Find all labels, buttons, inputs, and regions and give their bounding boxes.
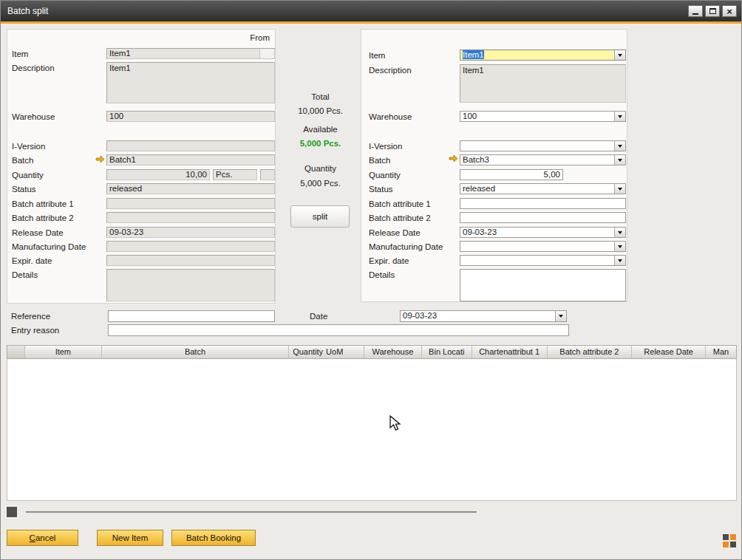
grip-square (723, 534, 729, 540)
from-i-version-label: I-Version (12, 142, 45, 151)
close-button[interactable]: × (722, 5, 737, 17)
from-details-label: Details (12, 270, 38, 280)
to-status-value: released (463, 184, 495, 193)
to-batch-attribute-1-field[interactable] (460, 198, 626, 209)
to-release-date-combo[interactable]: 09-03-23 (460, 227, 626, 238)
from-uom-field: Pcs. (213, 169, 257, 180)
to-warehouse-combo[interactable]: 100 (460, 111, 626, 122)
to-batch-combo[interactable]: Batch3 (460, 154, 626, 165)
reference-input[interactable] (108, 310, 275, 322)
maximize-button[interactable] (705, 5, 720, 17)
table-body[interactable] (7, 359, 737, 501)
link-arrow-icon[interactable] (449, 154, 458, 163)
from-quantity-label: Quantity (12, 171, 44, 180)
col-uom[interactable]: UoM (324, 346, 364, 358)
col-bin-location[interactable]: Bin Locati (422, 346, 472, 358)
new-item-button[interactable]: New Item (97, 530, 163, 546)
batch-booking-button[interactable]: Batch Booking (171, 530, 256, 546)
from-expir-date-label: Expir. date (12, 256, 52, 266)
from-warehouse-field: 100 (106, 111, 275, 122)
to-item-dropdown-button[interactable] (614, 50, 625, 60)
col-manufacturing-date[interactable]: Man (706, 346, 736, 358)
date-value: 09-03-23 (403, 311, 437, 320)
date-combo[interactable]: 09-03-23 (400, 310, 567, 322)
from-status-field: released (106, 183, 275, 194)
form-settings-icon[interactable] (723, 534, 736, 547)
to-expir-date-label: Expir. date (369, 256, 409, 266)
col-batch-attribute-1[interactable]: Chartenattribut 1 (472, 346, 548, 358)
to-description-label: Description (369, 66, 412, 75)
chevron-down-icon (618, 145, 622, 148)
grip-square (730, 542, 736, 547)
from-batch-attribute-2-field (106, 212, 275, 223)
mouse-cursor (389, 415, 401, 431)
date-label: Date (310, 312, 327, 321)
to-batch-label: Batch (369, 156, 390, 165)
from-batch-attribute-1-label: Batch attribute 1 (12, 199, 74, 209)
link-arrow-icon[interactable] (95, 155, 105, 163)
to-manufacturing-date-label: Manufacturing Date (369, 242, 443, 252)
to-manufacturing-date-combo[interactable] (460, 241, 626, 252)
to-details-field[interactable] (460, 269, 626, 301)
minimize-icon (692, 13, 698, 15)
from-batch-label: Batch (12, 156, 33, 165)
cancel-button[interactable]: Cancel (7, 530, 78, 546)
entry-reason-label: Entry reason (11, 326, 59, 335)
to-batch-dropdown-button[interactable] (614, 155, 625, 165)
chevron-down-icon (559, 315, 563, 318)
available-label: Available (289, 125, 352, 134)
to-status-label: Status (369, 185, 393, 194)
from-status-label: Status (12, 185, 36, 194)
col-batch-attribute-2[interactable]: Batch attribute 2 (548, 346, 633, 358)
chevron-down-icon (618, 54, 622, 57)
to-i-version-combo[interactable] (460, 140, 626, 151)
to-warehouse-dropdown-button[interactable] (614, 112, 625, 121)
to-manufacturing-date-dropdown-button[interactable] (614, 242, 625, 251)
reference-label: Reference (11, 312, 50, 321)
entry-reason-input[interactable] (108, 324, 569, 336)
to-item-combo[interactable]: Item1 (460, 49, 626, 61)
total-label: Total (289, 92, 352, 102)
col-quantity[interactable]: Quantity (289, 346, 324, 358)
center-quantity-label: Quantity (289, 164, 352, 174)
chevron-down-icon (618, 231, 622, 234)
to-quantity-field[interactable]: 5,00 (460, 169, 563, 180)
chevron-down-icon (618, 259, 622, 262)
to-details-label: Details (369, 270, 395, 280)
titlebar[interactable]: Batch split × (1, 1, 741, 21)
to-status-dropdown-button[interactable] (614, 184, 625, 194)
accent-bar (1, 21, 741, 24)
minimize-button[interactable] (688, 5, 703, 17)
from-details-field (106, 269, 275, 301)
col-item[interactable]: Item (25, 346, 102, 358)
from-warehouse-label: Warehouse (12, 112, 55, 122)
window-title: Batch split (7, 1, 48, 21)
col-warehouse[interactable]: Warehouse (364, 346, 422, 358)
col-release-date[interactable]: Release Date (632, 346, 706, 358)
to-expir-date-dropdown-button[interactable] (614, 256, 625, 265)
chevron-down-icon (618, 188, 622, 191)
from-batch-field: Batch1 (106, 154, 275, 165)
available-value: 5,000 Pcs. (285, 139, 355, 148)
scrollbar-track[interactable] (26, 511, 477, 513)
to-i-version-dropdown-button[interactable] (614, 141, 625, 151)
split-button[interactable]: split (290, 205, 350, 228)
from-manufacturing-date-label: Manufacturing Date (12, 242, 86, 252)
from-item-field: Item1 (106, 48, 275, 59)
to-release-date-dropdown-button[interactable] (614, 228, 625, 237)
col-batch[interactable]: Batch (102, 346, 289, 358)
close-icon: × (726, 7, 732, 16)
to-batch-attribute-2-field[interactable] (460, 212, 626, 223)
from-item-endcap (259, 49, 274, 58)
date-dropdown-button[interactable] (555, 311, 566, 321)
to-panel: Item Item1 Description Item1 Warehouse 1… (361, 29, 627, 302)
chevron-down-icon (618, 245, 622, 248)
total-value: 10,000 Pcs. (285, 106, 355, 116)
from-description-field: Item1 (106, 62, 275, 103)
to-status-combo[interactable]: released (460, 183, 626, 194)
to-expir-date-combo[interactable] (460, 255, 626, 266)
from-batch-attribute-1-field (106, 198, 275, 209)
to-warehouse-value: 100 (463, 112, 477, 120)
from-item-label: Item (12, 49, 28, 59)
scrollbar-thumb[interactable] (7, 507, 17, 517)
